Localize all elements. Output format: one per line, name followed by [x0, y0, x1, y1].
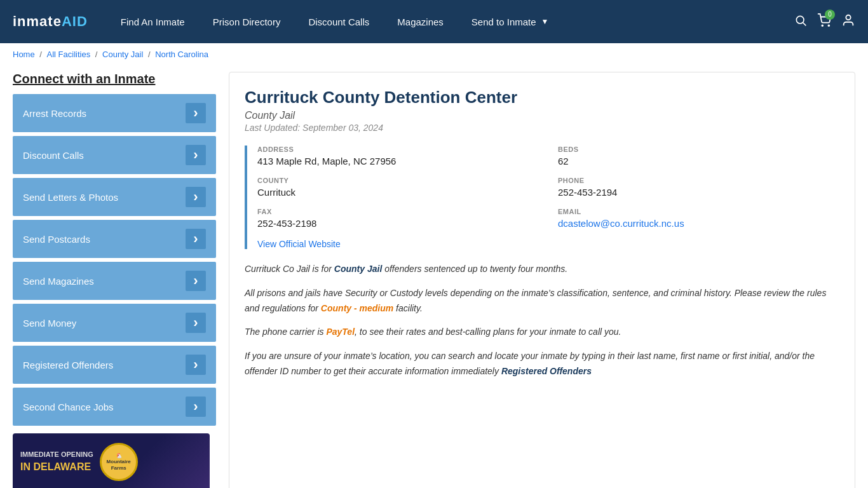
- site-header: inmateAID Find An Inmate Prison Director…: [0, 0, 868, 43]
- sidebar-btn-second-chance-jobs-label: Second Chance Jobs: [23, 402, 114, 412]
- address-label: ADDRESS: [257, 146, 539, 153]
- discount-calls-arrow-icon: [186, 145, 206, 165]
- phone-value: 252-453-2194: [558, 187, 839, 198]
- nav-send-to-inmate-label: Send to Inmate: [471, 17, 536, 27]
- desc-p1-before: Currituck Co Jail is for: [245, 264, 334, 274]
- fax-value: 252-453-2198: [257, 218, 539, 229]
- facility-description: Currituck Co Jail is for County Jail off…: [245, 262, 839, 379]
- sidebar-btn-send-postcards[interactable]: Send Postcards: [13, 220, 216, 258]
- county-value: Currituck: [257, 187, 539, 198]
- svg-point-2: [822, 25, 823, 26]
- arrest-records-arrow-icon: [186, 103, 206, 123]
- desc-p2-after: facility.: [393, 303, 423, 313]
- sidebar-btn-discount-calls-label: Discount Calls: [23, 150, 84, 161]
- ad-line1: IMMEDIATE OPENING: [20, 450, 93, 459]
- sidebar-btn-discount-calls[interactable]: Discount Calls: [13, 136, 216, 174]
- sidebar-btn-registered-offenders-label: Registered Offenders: [23, 360, 113, 370]
- registered-offenders-arrow-icon: [186, 355, 206, 375]
- email-value: dcastelow@co.currituck.nc.us: [558, 218, 839, 229]
- send-magazines-arrow-icon: [186, 271, 206, 291]
- sidebar-title: Connect with an Inmate: [13, 72, 216, 86]
- view-website-link[interactable]: View Official Website: [257, 239, 341, 249]
- sidebar-btn-send-postcards-label: Send Postcards: [23, 234, 90, 245]
- send-postcards-arrow-icon: [186, 229, 206, 249]
- description-para4: If you are unsure of your inmate’s locat…: [245, 349, 839, 379]
- logo-text: inmateAID: [13, 13, 88, 30]
- logo[interactable]: inmateAID: [13, 13, 88, 30]
- beds-value: 62: [558, 156, 839, 166]
- sidebar-btn-arrest-records-label: Arrest Records: [23, 108, 86, 119]
- search-icon[interactable]: [794, 14, 807, 30]
- svg-point-0: [796, 16, 804, 24]
- breadcrumb-sep-2: /: [95, 50, 100, 59]
- breadcrumb-county-jail[interactable]: County Jail: [102, 50, 143, 59]
- logo-highlight: AID: [62, 13, 88, 29]
- nav-send-to-inmate[interactable]: Send to Inmate ▼: [458, 0, 563, 43]
- facility-name: Currituck County Detention Center: [245, 88, 839, 107]
- sidebar-btn-send-letters-label: Send Letters & Photos: [23, 192, 118, 203]
- breadcrumb-north-carolina[interactable]: North Carolina: [155, 50, 208, 59]
- facility-content: Currituck County Detention Center County…: [229, 72, 855, 488]
- website-field: View Official Website: [257, 239, 839, 249]
- sidebar-btn-send-magazines-label: Send Magazines: [23, 276, 94, 287]
- ad-logo-text: 🐔MountaireFarms: [104, 451, 133, 474]
- sidebar-btn-send-letters[interactable]: Send Letters & Photos: [13, 178, 216, 216]
- sidebar-btn-send-money[interactable]: Send Money: [13, 304, 216, 342]
- ad-text: IMMEDIATE OPENING IN DELAWARE: [20, 450, 93, 474]
- facility-updated: Last Updated: September 03, 2024: [245, 123, 839, 133]
- header-icons: 0: [794, 13, 855, 30]
- sidebar-btn-registered-offenders[interactable]: Registered Offenders: [13, 346, 216, 384]
- registered-offenders-link[interactable]: Registered Offenders: [501, 366, 592, 376]
- paytel-link[interactable]: PayTel: [326, 327, 355, 337]
- main-nav: Find An Inmate Prison Directory Discount…: [107, 0, 794, 43]
- phone-label: PHONE: [558, 177, 839, 184]
- nav-discount-calls[interactable]: Discount Calls: [294, 0, 383, 43]
- breadcrumb: Home / All Facilities / County Jail / No…: [0, 43, 868, 65]
- info-grid: ADDRESS 413 Maple Rd, Maple, NC 27956 BE…: [245, 146, 839, 249]
- nav-find-inmate[interactable]: Find An Inmate: [107, 0, 199, 43]
- fax-label: FAX: [257, 208, 539, 215]
- svg-line-1: [803, 22, 806, 25]
- second-chance-jobs-arrow-icon: [186, 396, 206, 417]
- desc-p3-before: The phone carrier is: [245, 327, 326, 337]
- breadcrumb-home[interactable]: Home: [13, 50, 35, 59]
- desc-p3-after: , to see their rates and best-calling pl…: [355, 327, 621, 337]
- county-label: COUNTY: [257, 177, 539, 184]
- svg-point-3: [828, 25, 829, 26]
- cart-icon[interactable]: 0: [817, 13, 831, 30]
- ad-line2: IN DELAWARE: [20, 460, 93, 474]
- address-value: 413 Maple Rd, Maple, NC 27956: [257, 156, 539, 166]
- sidebar-btn-send-money-label: Send Money: [23, 318, 76, 329]
- county-medium-link[interactable]: County - medium: [321, 303, 393, 313]
- user-icon[interactable]: [841, 13, 855, 30]
- beds-label: BEDS: [558, 146, 839, 153]
- sidebar-btn-second-chance-jobs[interactable]: Second Chance Jobs: [13, 388, 216, 426]
- svg-point-4: [846, 15, 850, 19]
- ad-logo: 🐔MountaireFarms: [100, 443, 138, 481]
- description-para1: Currituck Co Jail is for County Jail off…: [245, 262, 839, 277]
- desc-p1-after: offenders sentenced up to twenty four mo…: [382, 264, 567, 274]
- send-letters-arrow-icon: [186, 187, 206, 207]
- main-layout: Connect with an Inmate Arrest Records Di…: [0, 65, 868, 488]
- breadcrumb-sep-1: /: [39, 50, 44, 59]
- address-field: ADDRESS 413 Maple Rd, Maple, NC 27956: [257, 146, 539, 166]
- ad-banner[interactable]: IMMEDIATE OPENING IN DELAWARE 🐔Mountaire…: [13, 433, 210, 488]
- email-link[interactable]: dcastelow@co.currituck.nc.us: [558, 218, 684, 229]
- nav-magazines[interactable]: Magazines: [383, 0, 458, 43]
- sidebar: Connect with an Inmate Arrest Records Di…: [13, 72, 216, 488]
- email-label: EMAIL: [558, 208, 839, 215]
- breadcrumb-sep-3: /: [148, 50, 153, 59]
- fax-field: FAX 252-453-2198: [257, 208, 539, 229]
- beds-field: BEDS 62: [558, 146, 839, 166]
- email-field: EMAIL dcastelow@co.currituck.nc.us: [558, 208, 839, 229]
- county-jail-link[interactable]: County Jail: [334, 264, 382, 274]
- sidebar-btn-send-magazines[interactable]: Send Magazines: [13, 262, 216, 300]
- breadcrumb-all-facilities[interactable]: All Facilities: [47, 50, 91, 59]
- nav-prison-directory[interactable]: Prison Directory: [199, 0, 295, 43]
- send-money-arrow-icon: [186, 313, 206, 333]
- description-para3: The phone carrier is PayTel, to see thei…: [245, 325, 839, 340]
- sidebar-btn-arrest-records[interactable]: Arrest Records: [13, 94, 216, 132]
- dropdown-arrow-icon: ▼: [541, 17, 549, 26]
- cart-badge: 0: [825, 10, 835, 20]
- county-field: COUNTY Currituck: [257, 177, 539, 198]
